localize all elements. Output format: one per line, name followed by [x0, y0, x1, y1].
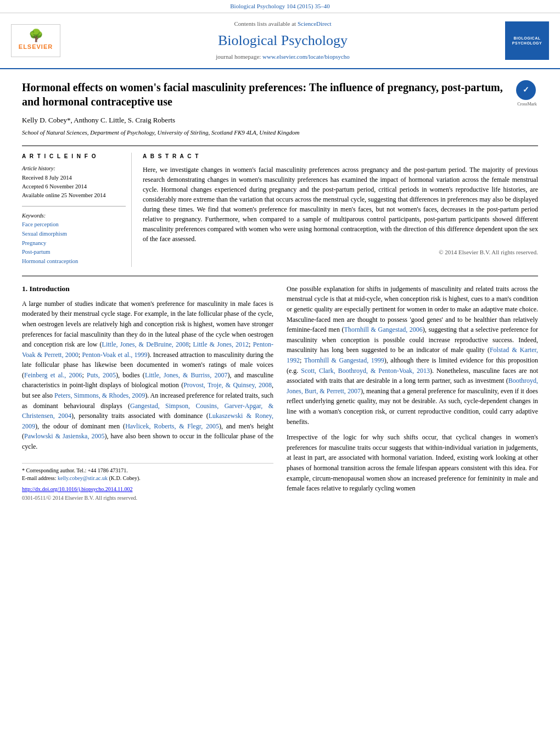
- article-info-heading: A R T I C L E I N F O: [22, 153, 126, 160]
- page-container: Biological Psychology 104 (2015) 35–40 🌳…: [0, 0, 560, 513]
- journal-name: Biological Psychology: [60, 31, 505, 51]
- info-divider: [22, 206, 126, 207]
- received-date: Received 8 July 2014: [22, 174, 126, 182]
- accepted-date: Accepted 6 November 2014: [22, 182, 126, 191]
- main-body: 1. Introduction A large number of studie…: [22, 276, 538, 502]
- ref-peters[interactable]: Peters, Simmons, & Rhodes, 2009: [54, 392, 145, 399]
- intro-para-1: A large number of studies indicate that …: [22, 299, 273, 452]
- ref-little-2007[interactable]: Little, Jones, & Burriss, 2007: [145, 371, 228, 379]
- abstract-heading: A B S T R A C T: [143, 153, 538, 160]
- abstract-text: Here, we investigate changes in women's …: [143, 165, 538, 244]
- ref-penton-voak-1999[interactable]: Penton-Voak et al., 1999: [82, 351, 147, 359]
- crossmark-icon[interactable]: ✓ CrossMark: [516, 80, 538, 102]
- elsevier-wordmark: ELSEVIER: [19, 43, 53, 51]
- article-info-col: A R T I C L E I N F O Article history: R…: [22, 153, 132, 267]
- right-para-2: Irrespective of the logic for why such s…: [287, 432, 538, 494]
- keyword-2[interactable]: Sexual dimorphism: [22, 230, 126, 238]
- doi-link[interactable]: http://dx.doi.org/10.1016/j.biopsycho.20…: [22, 486, 273, 493]
- homepage-label: journal homepage:: [216, 53, 262, 60]
- article-title-section: Hormonal effects on women's facial mascu…: [22, 80, 538, 109]
- ref-puts[interactable]: Puts, 2005: [87, 371, 116, 379]
- ref-little-2012[interactable]: Little & Jones, 2012: [193, 341, 249, 348]
- ref-feinberg[interactable]: Feinberg et al., 2006: [24, 371, 82, 379]
- crossmark-label: CrossMark: [516, 101, 538, 107]
- article-title: Hormonal effects on women's facial mascu…: [22, 80, 511, 109]
- history-label: Article history:: [22, 165, 126, 172]
- ref-scott[interactable]: Scott, Clark, Boothroyd, & Penton-Voak, …: [301, 367, 430, 375]
- intro-section-title: 1. Introduction: [22, 284, 273, 294]
- authors-text: Kelly D. Cobey*, Anthony C. Little, S. C…: [22, 116, 175, 124]
- ref-thornhill-1999[interactable]: Thornhill & Gangestad, 1999: [304, 356, 384, 364]
- section-number: 1.: [22, 284, 30, 293]
- right-para-1: One possible explanation for shifts in j…: [287, 284, 538, 427]
- footnote-email-label: E-mail address:: [22, 475, 58, 481]
- footnote-section: * Corresponding author. Tel.: +44 1786 4…: [22, 463, 273, 502]
- copyright-line: © 2014 Elsevier B.V. All rights reserved…: [143, 248, 538, 256]
- keyword-4[interactable]: Post-partum: [22, 248, 126, 256]
- bio-psych-logo-text: BIOLOGICALPSYCHOLOGY: [512, 36, 542, 46]
- authors: Kelly D. Cobey*, Anthony C. Little, S. C…: [22, 115, 538, 125]
- ref-thornhill-2006[interactable]: Thornhill & Gangestad, 2006: [344, 326, 423, 333]
- top-bar: Biological Psychology 104 (2015) 35–40: [0, 0, 560, 13]
- elsevier-logo: 🌳 ELSEVIER: [11, 24, 60, 57]
- contents-label: Contents lists available at: [234, 20, 297, 27]
- abstract-col: A B S T R A C T Here, we investigate cha…: [143, 153, 538, 267]
- affiliation: School of Natural Sciences, Department o…: [22, 129, 538, 137]
- keywords-label: Keywords:: [22, 212, 126, 220]
- article-dates: Received 8 July 2014 Accepted 6 November…: [22, 174, 126, 199]
- sciencedirect-link[interactable]: ScienceDirect: [298, 20, 332, 27]
- keyword-3[interactable]: Pregnancy: [22, 239, 126, 248]
- doi-url[interactable]: http://dx.doi.org/10.1016/j.biopsycho.20…: [22, 486, 132, 492]
- journal-header: 🌳 ELSEVIER Contents lists available at S…: [0, 13, 560, 69]
- left-col: 1. Introduction A large number of studie…: [22, 284, 273, 502]
- footer-copyright: 0301-0511/© 2014 Elsevier B.V. All right…: [22, 494, 273, 502]
- footnote-corresponding: * Corresponding author. Tel.: +44 1786 4…: [22, 467, 273, 482]
- contents-link: Contents lists available at ScienceDirec…: [60, 20, 505, 28]
- keywords-section: Keywords: Face perception Sexual dimorph…: [22, 212, 126, 265]
- journal-title-center: Contents lists available at ScienceDirec…: [60, 20, 505, 61]
- journal-homepage: journal homepage: www.elsevier.com/locat…: [60, 53, 505, 61]
- elsevier-tree-icon: 🌳: [29, 30, 43, 42]
- ref-boothroyd[interactable]: Boothroyd, Jones, Burt, & Perrett, 2007: [287, 377, 538, 395]
- article-body: Hormonal effects on women's facial mascu…: [0, 69, 560, 513]
- article-info-abstract: A R T I C L E I N F O Article history: R…: [22, 146, 538, 267]
- available-date: Available online 25 November 2014: [22, 191, 126, 200]
- right-col: One possible explanation for shifts in j…: [287, 284, 538, 502]
- journal-volume-info: Biological Psychology 104 (2015) 35–40: [230, 3, 330, 9]
- bio-psych-logo: BIOLOGICALPSYCHOLOGY: [505, 21, 549, 60]
- footnote-email-suffix: (K.D. Cobey).: [108, 475, 141, 481]
- crossmark-circle: ✓: [516, 80, 536, 100]
- homepage-url[interactable]: www.elsevier.com/locate/biopsycho: [262, 53, 350, 60]
- footnote-author: * Corresponding author. Tel.: +44 1786 4…: [22, 467, 128, 473]
- ref-pawlowski[interactable]: Pawlowski & Jasienska, 2005: [24, 432, 104, 440]
- ref-little-2008[interactable]: Little, Jones, & DeBruine, 2008: [102, 341, 189, 348]
- section-title-text: Introduction: [30, 284, 70, 293]
- ref-havlicek[interactable]: Havlicek, Roberts, & Flegr, 2005: [125, 422, 219, 430]
- ref-provost[interactable]: Provost, Troje, & Quinsey, 2008: [183, 381, 272, 389]
- footnote-email[interactable]: kelly.cobey@stir.ac.uk: [58, 475, 108, 481]
- keyword-1[interactable]: Face perception: [22, 221, 126, 229]
- keyword-5[interactable]: Hormonal contraception: [22, 258, 126, 266]
